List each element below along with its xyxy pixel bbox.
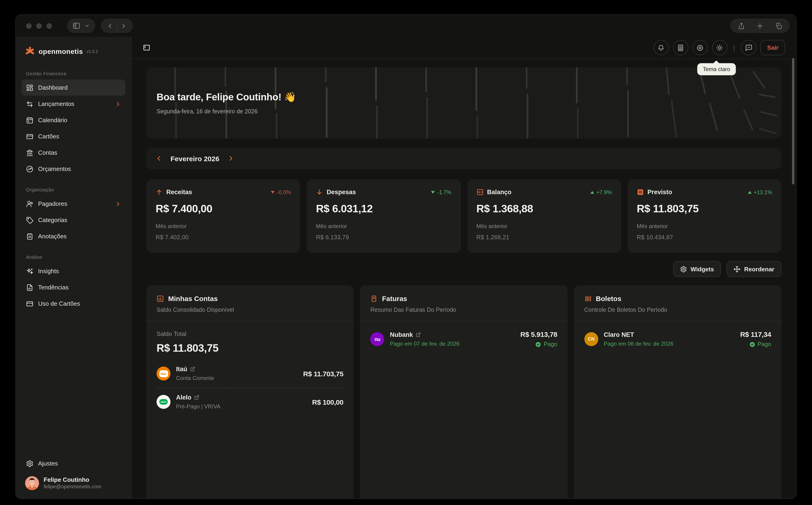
itau-logo: itaú	[157, 366, 171, 380]
zoom-window-button[interactable]	[46, 23, 52, 29]
user-profile[interactable]: Felipe Coutinho felipe@openmonetis.com	[21, 472, 126, 492]
chart-bars-icon	[157, 295, 164, 302]
stat-title: Balanço	[487, 189, 512, 196]
sidebar: openmonetis v1.5.1 Gestão Financeira Das…	[16, 37, 132, 499]
divider	[157, 387, 344, 388]
next-month-button[interactable]	[223, 151, 239, 166]
tabs-icon[interactable]	[775, 22, 782, 29]
sidebar-item-label: Contas	[38, 149, 57, 156]
sidebar-item-pagadores[interactable]: Pagadores	[21, 196, 126, 212]
avatar	[25, 476, 39, 490]
account-detail: Pré-Pago | VR/VA	[176, 403, 220, 410]
forward-button[interactable]	[117, 19, 130, 32]
account-row-alelo[interactable]: alelo Alelo Pré-Pago | VR/VA R$ 100,00	[157, 394, 344, 410]
sidebar-item-tendencias[interactable]: Tendências	[21, 279, 126, 296]
external-link-icon[interactable]	[190, 366, 195, 372]
sidebar-item-cartoes[interactable]: Cartões	[21, 128, 126, 145]
sidebar-item-contas[interactable]: Contas	[21, 145, 126, 161]
gear-icon	[26, 460, 33, 467]
file-chart-icon	[26, 284, 33, 291]
sidebar-collapse-button[interactable]	[143, 44, 151, 51]
sidebar-item-label: Dashboard	[38, 84, 67, 91]
sidebar-item-lancamentos[interactable]: Lançamentos	[21, 96, 126, 112]
widget-subtitle: Resumo Das Faturas Do Período	[371, 307, 558, 313]
browser-sidebar-toggle[interactable]	[67, 19, 95, 33]
stat-prev-label: Mês anterior	[637, 223, 772, 229]
browser-history-nav	[101, 19, 133, 33]
sidebar-item-orcamentos[interactable]: Orçamentos	[21, 161, 126, 177]
stat-prev-label: Mês anterior	[316, 223, 451, 229]
chevron-right-icon	[228, 155, 234, 162]
notifications-button[interactable]	[653, 40, 669, 55]
swap-arrows-icon	[26, 100, 33, 108]
claro-net-logo: CN	[584, 332, 598, 346]
greeting-date: Segunda-feira, 16 de fevereiro de 2026	[157, 108, 296, 115]
bill-amount: R$ 117,34	[740, 330, 771, 338]
account-row-itau[interactable]: itaú Itaú Conta Corrente R$ 11.703,75	[157, 366, 344, 381]
account-balance: R$ 100,00	[312, 398, 344, 406]
bell-icon	[657, 44, 665, 51]
stat-card-previsto[interactable]: Previsto +13.1% R$ 11.803,75 Mês anterio…	[628, 179, 782, 253]
user-email: felipe@openmonetis.com	[44, 484, 102, 490]
stat-change-badge: +7.9%	[590, 189, 612, 195]
calculator-icon	[677, 44, 684, 51]
sidebar-item-label: Insights	[38, 268, 59, 275]
privacy-mode-button[interactable]	[692, 40, 708, 55]
calendar-icon	[26, 116, 33, 124]
widgets-button[interactable]: Widgets	[673, 261, 721, 277]
sidebar-item-ajustes[interactable]: Ajustes	[21, 455, 126, 472]
stat-title: Previsto	[647, 189, 672, 196]
invoice-status: Pago	[520, 341, 557, 347]
reorder-button[interactable]: Reordenar	[727, 261, 781, 277]
app-version: v1.5.1	[86, 49, 98, 54]
sidebar-item-insights[interactable]: Insights	[21, 263, 126, 279]
check-circle-icon	[535, 341, 542, 347]
stat-card-despesas[interactable]: Despesas -1.7% R$ 6.031,12 Mês anterior …	[307, 179, 461, 253]
previous-month-button[interactable]	[151, 151, 167, 166]
back-button[interactable]	[104, 19, 117, 32]
triangle-down-icon	[431, 191, 435, 193]
feedback-button[interactable]	[741, 40, 757, 55]
arrow-up-icon	[156, 189, 163, 196]
stat-card-balanco[interactable]: Balanço +7.9% R$ 1.368,88 Mês anterior R…	[467, 179, 621, 253]
nubank-logo: nu	[371, 332, 384, 346]
bill-row-claro-net[interactable]: CN Claro NET Pago em 06 de fev. de 2026 …	[584, 330, 771, 347]
widget-actions: Widgets Reordenar	[146, 261, 781, 277]
credit-card-icon	[26, 300, 33, 307]
browser-toolbar-right	[730, 19, 790, 33]
triangle-down-icon	[271, 191, 274, 193]
stat-card-receitas[interactable]: Receitas -0.0% R$ 7.400,00 Mês anterior …	[146, 179, 300, 253]
nav-group-label: Organização	[26, 187, 121, 192]
scrollbar[interactable]	[792, 58, 794, 184]
panel-left-icon	[143, 44, 151, 51]
logout-button[interactable]: Sair	[761, 40, 785, 55]
invoice-row-nubank[interactable]: nu Nubank Pago em 07 de fev. de 2026 R$	[371, 330, 558, 347]
close-window-button[interactable]	[26, 23, 32, 29]
sidebar-item-dashboard[interactable]: Dashboard	[21, 79, 126, 96]
greeting-text: Boa tarde, Felipe Coutinho! 👋	[157, 92, 296, 103]
sidebar-item-anotacoes[interactable]: Anotações	[21, 228, 126, 244]
user-name: Felipe Coutinho	[44, 476, 102, 484]
minimize-window-button[interactable]	[36, 23, 42, 29]
stat-title: Despesas	[327, 189, 356, 196]
widgets-label: Widgets	[690, 266, 714, 273]
stat-title: Receitas	[166, 189, 192, 196]
sidebar-item-uso-de-cartoes[interactable]: Uso de Cartões	[21, 296, 126, 312]
account-balance: R$ 11.703,75	[303, 370, 344, 377]
check-circle-icon	[749, 341, 755, 347]
calculator-button[interactable]	[673, 40, 688, 55]
screen: openmonetis v1.5.1 Gestão Financeira Das…	[0, 0, 812, 505]
sidebar-item-categorias[interactable]: Categorias	[21, 212, 126, 228]
users-icon	[26, 200, 33, 207]
back-icon	[107, 22, 113, 29]
sun-icon	[716, 44, 723, 51]
divider: |	[733, 44, 735, 51]
share-icon[interactable]	[738, 22, 745, 29]
stat-prev-label: Mês anterior	[476, 223, 612, 229]
plus-icon[interactable]	[756, 22, 764, 29]
sidebar-item-calendario[interactable]: Calendário	[21, 112, 126, 128]
widget-title: Minhas Contas	[168, 295, 218, 303]
external-link-icon[interactable]	[416, 332, 421, 337]
theme-toggle-button[interactable]	[712, 40, 727, 55]
external-link-icon[interactable]	[194, 395, 199, 400]
